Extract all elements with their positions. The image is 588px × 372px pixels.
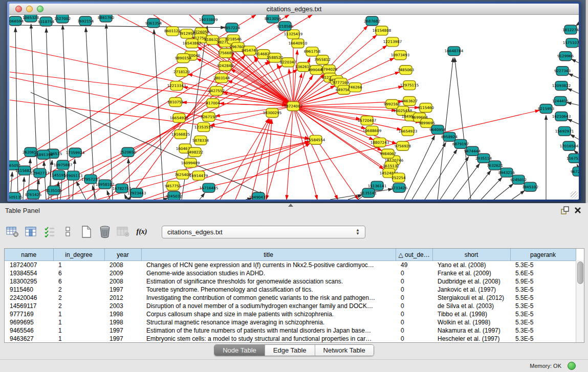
graph-edge[interactable] [235, 119, 270, 200]
table-cell[interactable]: Embryonic stem cells: a model to study s… [141, 335, 396, 343]
table-cell[interactable]: Changes of HCN gene expression and I(f) … [141, 261, 396, 270]
table-cell[interactable]: 5.9E-5 [510, 277, 576, 286]
table-cell[interactable]: Disruption of a novel member of a sodium… [141, 302, 396, 310]
table-cell[interactable]: 1 [53, 261, 104, 270]
table-cell[interactable]: Nakamura et al. (1997) [432, 326, 510, 335]
table-cell[interactable]: Tourette syndrome. Phenomenology and cla… [141, 286, 396, 294]
table-cell[interactable]: 18300295 [5, 277, 53, 286]
graph-edge[interactable] [266, 119, 272, 200]
table-cell[interactable]: 0 [396, 277, 432, 286]
graph-edge[interactable] [512, 190, 525, 200]
table-cell[interactable]: 1998 [104, 310, 141, 318]
table-cell[interactable]: 1 [53, 318, 104, 326]
table-cell[interactable]: Corpus callosum shape and size in male p… [141, 310, 396, 318]
table-cell[interactable]: Dudbridge et al. (2008) [432, 277, 510, 286]
table-cell[interactable]: 18724007 [5, 261, 53, 270]
graph-edge[interactable] [468, 170, 491, 200]
table-cell[interactable]: 2003 [104, 302, 141, 310]
table-cell[interactable]: 1 [53, 335, 104, 343]
network-canvas[interactable]: 1872400786011233912954822605881275081654… [9, 15, 579, 200]
table-cell[interactable]: 14569117 [5, 302, 53, 310]
table-cell[interactable]: 2008 [104, 277, 141, 286]
table-cell[interactable]: Estimation of significance thresholds fo… [141, 277, 396, 286]
table-cell[interactable]: 9699695 [5, 318, 53, 326]
table-cell[interactable]: Yano et al. (2008) [432, 261, 510, 270]
table-row[interactable]: 977716911998Corpus callosum shape and si… [5, 310, 576, 318]
network-canvas-svg[interactable]: 1872400786011233912954822605881275081654… [9, 15, 579, 200]
graph-edge[interactable] [440, 157, 469, 200]
table-cell[interactable]: 9115460 [5, 286, 53, 294]
table-cell[interactable]: 1997 [104, 335, 141, 343]
table-cell[interactable]: 2 [53, 302, 104, 310]
table-cell[interactable]: 0 [396, 294, 432, 302]
table-cell[interactable]: Hescheler et al. (1997) [432, 335, 510, 343]
table-cell[interactable]: 1 [53, 310, 104, 318]
table-cell[interactable]: 5.3E-5 [510, 326, 576, 335]
table-cell[interactable]: Genome-wide association studies in ADHD. [141, 269, 396, 277]
graph-edge[interactable] [210, 106, 293, 126]
graph-edge[interactable] [287, 106, 293, 200]
table-cell[interactable]: 2 [53, 294, 104, 302]
table-settings-button[interactable] [6, 225, 19, 239]
graph-edge[interactable] [44, 161, 46, 200]
table-scrollbar[interactable] [576, 260, 584, 342]
table-cell[interactable]: Wolkin et al. (1998) [432, 318, 510, 326]
table-cell[interactable]: Structural magnetic resonance image aver… [141, 318, 396, 326]
table-row[interactable]: 1456911722003Disruption of a novel membe… [5, 302, 576, 310]
table-cell[interactable]: 0 [396, 310, 432, 318]
minimize-button[interactable] [26, 6, 33, 12]
delete-columns-button[interactable] [117, 225, 130, 239]
column-header-pagerank[interactable]: pagerank [510, 249, 576, 261]
window-resize-grip[interactable] [571, 191, 578, 199]
create-table-button[interactable] [80, 225, 93, 239]
table-cell[interactable]: Stergiakouli et al. (2012) [432, 294, 510, 302]
table-cell[interactable]: 2012 [104, 294, 141, 302]
table-cell[interactable]: 0 [396, 302, 432, 310]
table-cell[interactable]: 6 [53, 277, 104, 286]
table-cell[interactable]: 0 [396, 269, 432, 277]
graph-edge[interactable] [15, 28, 18, 200]
table-row[interactable]: 1830029562008Estimation of significance … [5, 277, 576, 286]
graph-edge[interactable] [164, 198, 168, 200]
graph-edge[interactable] [570, 135, 579, 140]
select-columns-button[interactable] [25, 225, 38, 239]
graph-edge[interactable] [251, 119, 271, 200]
table-cell[interactable]: 5.6E-5 [510, 269, 576, 277]
graph-edge[interactable] [569, 74, 579, 78]
table-row[interactable]: 1938455462009Genome-wide association stu… [5, 269, 576, 277]
table-cell[interactable]: Investigating the contribution of common… [141, 294, 396, 302]
column-header-in-degree[interactable]: in_degree [53, 249, 104, 261]
graph-edge[interactable] [576, 24, 579, 26]
tab-network-table[interactable]: Network Table [315, 345, 374, 356]
table-cell[interactable]: 9465546 [5, 326, 53, 335]
column-header-title[interactable]: title [141, 249, 396, 261]
table-cell[interactable]: 49 [396, 261, 432, 270]
graph-edge[interactable] [453, 164, 480, 200]
table-cell[interactable]: 19384554 [5, 269, 53, 277]
tab-edge-table[interactable]: Edge Table [265, 345, 315, 356]
table-cell[interactable]: 9463627 [5, 335, 53, 343]
table-cell[interactable]: Jankovic et al. (1997) [432, 286, 510, 294]
row-options-button[interactable] [61, 225, 75, 239]
table-cell[interactable]: 5.3E-5 [510, 286, 576, 294]
graph-edge[interactable] [124, 194, 127, 200]
graph-edge[interactable] [572, 59, 579, 63]
zoom-button[interactable] [37, 6, 43, 12]
table-cell[interactable]: 5.3E-5 [510, 335, 576, 343]
graph-edge[interactable] [348, 195, 362, 200]
graph-edge[interactable] [494, 184, 513, 200]
table-cell[interactable]: 9777169 [5, 310, 53, 318]
table-row[interactable]: 1872400712008Changes of HCN gene express… [5, 261, 576, 270]
table-cell[interactable]: Franke et al. (2009) [432, 269, 510, 277]
table-cell[interactable]: 5.3E-5 [510, 310, 576, 318]
table-row[interactable]: 911546021997Tourette syndrome. Phenomeno… [5, 286, 576, 294]
function-builder-button[interactable]: f(x) [135, 225, 148, 239]
float-window-icon[interactable] [561, 206, 570, 215]
table-cell[interactable]: 5.3E-5 [510, 261, 576, 270]
graph-edge[interactable] [200, 193, 205, 200]
network-view-window[interactable]: citations_edges.txt 18724007860112339129… [7, 2, 581, 202]
graph-edge[interactable] [481, 178, 502, 200]
table-cell[interactable]: 5.5E-5 [510, 294, 576, 302]
table-cell[interactable]: 0 [396, 326, 432, 335]
tab-node-table[interactable]: Node Table [214, 345, 265, 356]
